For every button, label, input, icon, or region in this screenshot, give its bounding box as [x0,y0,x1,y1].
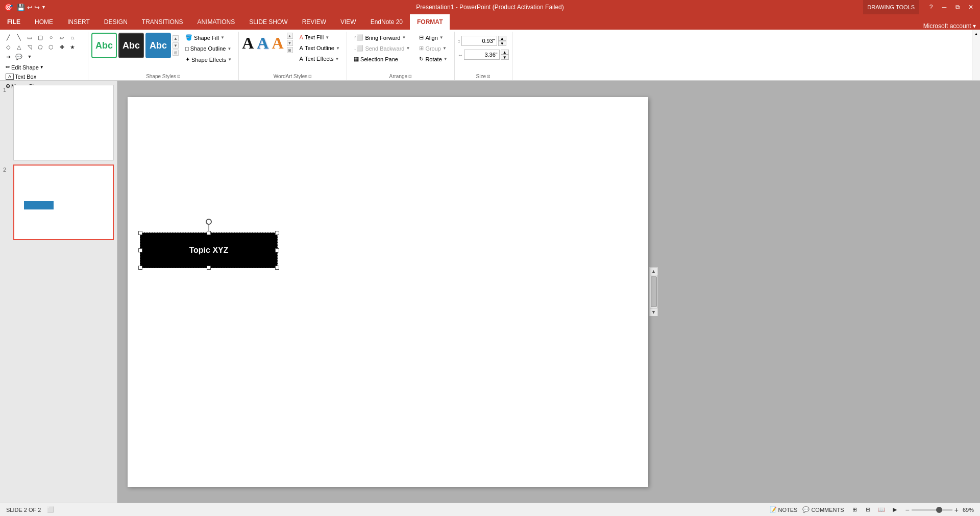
shape-round-rect[interactable]: ▢ [35,33,45,42]
handle-top-left[interactable] [138,231,142,235]
height-spin-down[interactable]: ▼ [498,41,506,46]
tab-view[interactable]: VIEW [333,14,363,30]
shape-effects-arrow[interactable]: ▼ [228,57,232,62]
wordart-scroll-down[interactable]: ▼ [287,40,293,46]
view-slidesorter[interactable]: ⊟ [863,505,874,515]
redo-qa-button[interactable]: ↪ [34,4,40,11]
shape-star5[interactable]: ★ [67,42,78,52]
rotate-handle[interactable] [206,219,212,225]
handle-top-center[interactable] [207,231,211,235]
minimize-button[interactable]: ─ [938,1,950,13]
tab-animations[interactable]: ANIMATIONS [190,14,242,30]
text-effects-arrow[interactable]: ▼ [335,57,339,61]
shape-callout[interactable]: 💬 [14,52,24,61]
shape-arrow[interactable]: ➜ [3,52,13,61]
handle-mid-left[interactable] [138,248,142,252]
width-input[interactable]: 3.36" [464,50,500,60]
text-effects-button[interactable]: A Text Effects ▼ [296,54,344,63]
slide-preview-1[interactable] [13,85,114,160]
height-spin-up[interactable]: ▲ [498,36,506,41]
swatch-scroll-up[interactable]: ▲ [173,35,179,41]
scroll-down-arrow[interactable]: ▼ [650,308,658,316]
help-button[interactable]: ? [925,1,937,13]
tab-home[interactable]: HOME [28,14,60,30]
slide-thumbnail-1[interactable]: 1 [3,85,114,160]
shape-style-black-swatch[interactable]: Abc [118,33,144,58]
save-qa-button[interactable]: 💾 [16,4,26,11]
comments-button[interactable]: 💬 COMMENTS [802,506,844,513]
shape-effects-button[interactable]: ✦ Shape Effects ▼ [182,55,235,64]
send-backward-arrow[interactable]: ▼ [406,46,410,51]
text-outline-arrow[interactable]: ▼ [336,46,340,51]
close-button[interactable]: ✕ [965,1,977,13]
shape-line[interactable]: ╱ [3,33,13,42]
zoom-in-button[interactable]: + [954,506,959,514]
microsoft-account[interactable]: Microsoft account ▾ [923,22,980,30]
wordart-a-orange[interactable]: A [272,34,283,53]
shape-fill-button[interactable]: 🪣 Shape Fill ▼ [182,33,235,42]
view-slideshow[interactable]: ▶ [889,505,900,515]
shape-more[interactable]: ▼ [24,52,35,61]
tab-file[interactable]: FILE [0,14,28,30]
width-spin-down[interactable]: ▼ [501,55,509,60]
tab-format[interactable]: FORMAT [410,14,450,30]
shape-plus[interactable]: ✚ [57,42,67,52]
arrange-expand[interactable]: ⊡ [408,74,412,79]
shape-rtriangle[interactable]: ◹ [24,42,35,52]
align-button[interactable]: ⊟ Align ▼ [415,33,451,42]
rotate-arrow[interactable]: ▼ [444,57,448,61]
shape-style-blue-swatch[interactable]: Abc [145,33,171,58]
width-spin-up[interactable]: ▲ [501,50,509,55]
shape-diamond[interactable]: ◇ [3,42,13,52]
text-outline-button[interactable]: A Text Outline ▼ [296,43,344,53]
text-fill-arrow[interactable]: ▼ [325,35,329,40]
customize-qa-button[interactable]: ▼ [41,5,46,10]
shape-diag[interactable]: ╲ [14,33,24,42]
wordart-scroll-expand[interactable]: ⊞ [287,47,293,53]
shape-parallelogram[interactable]: ▱ [57,33,67,42]
undo-qa-button[interactable]: ↩ [27,4,33,11]
rotate-button[interactable]: ↻ Rotate ▼ [415,54,451,64]
restore-button[interactable]: ⧉ [951,1,964,13]
height-input[interactable]: 0.93" [461,36,497,46]
tab-review[interactable]: REVIEW [295,14,333,30]
view-normal[interactable]: ⊞ [849,505,861,515]
notes-button[interactable]: 📝 NOTES [770,506,798,513]
shape-fill-arrow[interactable]: ▼ [220,35,225,40]
slide-preview-2[interactable] [13,165,114,240]
shape-rect[interactable]: ▭ [24,33,35,42]
tab-endnote[interactable]: EndNote 20 [363,14,410,30]
bring-forward-button[interactable]: ↑⬜ Bring Forward ▼ [350,33,413,42]
handle-bot-center[interactable] [207,266,211,270]
zoom-out-button[interactable]: − [905,506,910,514]
shape-outline-arrow[interactable]: ▼ [227,46,231,51]
shape-triangle[interactable]: △ [14,42,24,52]
wordart-a-blue[interactable]: A [257,34,268,53]
zoom-slider[interactable] [912,509,952,511]
tab-transitions[interactable]: TRANSITIONS [135,14,190,30]
wordart-a-black[interactable]: A [242,34,254,53]
swatch-scroll-expand[interactable]: ⊞ [173,50,179,56]
canvas-textbox[interactable]: Topic XYZ [140,232,278,268]
handle-top-right[interactable] [275,231,279,235]
swatch-scroll-down[interactable]: ▼ [173,42,179,49]
view-reading[interactable]: 📖 [876,505,887,515]
shape-pentagon[interactable]: ⬠ [35,42,45,52]
align-arrow[interactable]: ▼ [439,35,444,40]
slide-thumbnail-2[interactable]: 2 [3,165,114,240]
shape-styles-expand[interactable]: ⊡ [177,74,181,79]
tab-insert[interactable]: INSERT [60,14,97,30]
ribbon-scroll-up[interactable]: ▲ [974,32,978,36]
handle-mid-right[interactable] [275,248,279,252]
size-expand[interactable]: ⊡ [487,74,491,79]
shape-hexagon[interactable]: ⬡ [46,42,56,52]
scroll-thumb[interactable] [651,276,657,307]
shape-trapezoid[interactable]: ⏢ [67,33,78,42]
slide-canvas[interactable]: Topic XYZ [128,97,648,487]
group-arrow[interactable]: ▼ [443,46,447,51]
wordart-styles-expand[interactable]: ⊡ [308,74,312,79]
send-backward-button[interactable]: ↓⬜ Send Backward ▼ [350,43,413,53]
text-fill-button[interactable]: A Text Fill ▼ [296,33,344,42]
shape-outline-button[interactable]: □ Shape Outline ▼ [182,44,235,53]
edit-shape-button[interactable]: ✏ Edit Shape ▼ [3,63,46,72]
